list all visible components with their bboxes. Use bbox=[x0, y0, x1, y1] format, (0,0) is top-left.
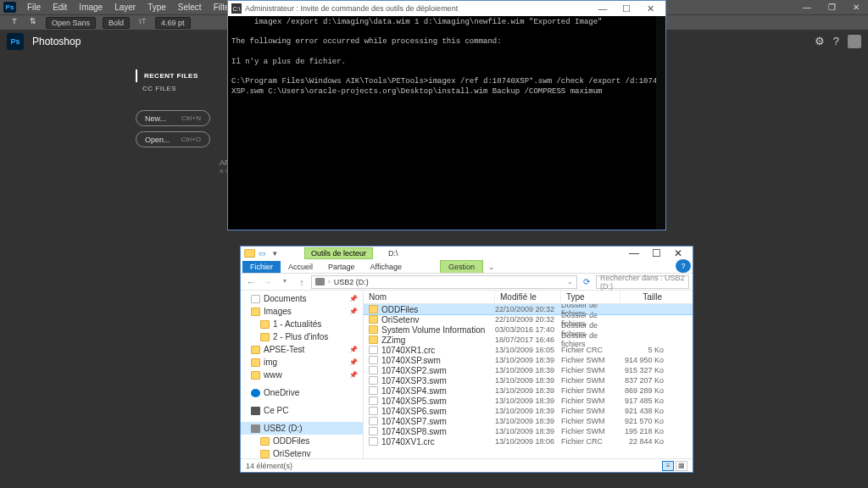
view-icons-button[interactable]: ▦ bbox=[676, 461, 687, 471]
tree-item[interactable]: USB2 (D:) bbox=[241, 422, 363, 435]
path-segment[interactable]: USB2 (D:) bbox=[334, 278, 369, 286]
cmd-titlebar[interactable]: C:\ Administrateur : Invite de commande … bbox=[228, 1, 665, 16]
explorer-titlebar[interactable]: ▭ ▾ Outils de lecteur D:\ — ☐ ✕ bbox=[241, 247, 693, 260]
tree-item[interactable]: Documents📌 bbox=[241, 292, 363, 305]
table-row[interactable]: 10740XV1.crc13/10/2009 18:06Fichier CRC2… bbox=[364, 436, 693, 446]
tab-recent-files[interactable]: RECENT FILES bbox=[136, 69, 220, 82]
type-tool-icon[interactable]: T bbox=[8, 17, 20, 29]
tree-item[interactable]: ODDFiles bbox=[241, 435, 363, 447]
file-icon bbox=[369, 346, 378, 354]
ribbon-tab-file[interactable]: Fichier bbox=[242, 261, 281, 273]
ribbon-tab-home[interactable]: Accueil bbox=[281, 261, 320, 273]
table-row[interactable]: System Volume Information03/03/2016 17:4… bbox=[364, 324, 693, 335]
menu-image[interactable]: Image bbox=[73, 1, 108, 14]
file-date: 22/10/2009 20:32 bbox=[495, 315, 561, 324]
cmd-minimize-button[interactable]: — bbox=[591, 3, 615, 14]
close-button[interactable]: ✕ bbox=[848, 1, 865, 14]
menu-type[interactable]: Type bbox=[142, 1, 172, 14]
font-weight-select[interactable]: Bold bbox=[103, 17, 130, 29]
minimize-button[interactable]: — bbox=[798, 1, 816, 14]
fold-icon bbox=[260, 437, 270, 446]
open-button[interactable]: Open... Ctrl+O bbox=[136, 131, 210, 147]
menu-file[interactable]: File bbox=[21, 1, 47, 14]
tree-item[interactable]: OneDrive bbox=[241, 386, 363, 399]
ribbon-expand-icon[interactable]: ⌄ bbox=[483, 261, 500, 273]
cmd-close-button[interactable]: ✕ bbox=[638, 3, 662, 14]
col-modified[interactable]: Modifié le bbox=[495, 291, 561, 303]
table-row[interactable]: 10740XSP.swm13/10/2009 18:39Fichier SWM9… bbox=[364, 355, 693, 365]
nav-forward-button[interactable]: → bbox=[261, 277, 275, 287]
table-row[interactable]: OriSetenv22/10/2009 20:32Dossier de fich… bbox=[364, 314, 693, 324]
tree-item[interactable]: www📌 bbox=[241, 369, 363, 381]
nav-back-button[interactable]: ← bbox=[244, 277, 258, 287]
explorer-maximize-button[interactable]: ☐ bbox=[645, 247, 667, 259]
ribbon-tab-share[interactable]: Partage bbox=[320, 261, 363, 273]
orientation-icon[interactable]: ⇅ bbox=[27, 17, 39, 29]
tab-cc-files[interactable]: CC FILES bbox=[136, 82, 220, 95]
table-row[interactable]: 10740XSP6.swm13/10/2009 18:39Fichier SWM… bbox=[364, 406, 693, 416]
menu-select[interactable]: Select bbox=[172, 1, 208, 14]
address-path[interactable]: › USB2 (D:) ⌄ bbox=[311, 275, 577, 289]
tree-item[interactable]: img📌 bbox=[241, 356, 363, 369]
file-list[interactable]: ODDFiles22/10/2009 20:32Dossier de fichi… bbox=[364, 304, 693, 458]
table-row[interactable]: 10740XSP2.swm13/10/2009 18:39Fichier SWM… bbox=[364, 365, 693, 375]
gear-icon[interactable]: ⚙ bbox=[815, 35, 825, 47]
table-row[interactable]: 10740XSP4.swm13/10/2009 18:39Fichier SWM… bbox=[364, 385, 693, 396]
font-size-select[interactable]: 4.69 pt bbox=[155, 17, 191, 29]
col-size[interactable]: Taille bbox=[620, 291, 667, 303]
tree-item[interactable]: APSE-Test📌 bbox=[241, 343, 363, 356]
qat-folder-icon[interactable] bbox=[244, 249, 255, 258]
ribbon-tab-view[interactable]: Affichage bbox=[363, 261, 409, 273]
menu-layer[interactable]: Layer bbox=[108, 1, 142, 14]
ps-app-icon[interactable]: Ps bbox=[7, 33, 24, 50]
table-row[interactable]: 10740XSP3.swm13/10/2009 18:39Fichier SWM… bbox=[364, 375, 693, 385]
tree-item[interactable]: 2 - Plus d'infos bbox=[241, 330, 363, 343]
explorer-close-button[interactable]: ✕ bbox=[667, 247, 689, 259]
menu-edit[interactable]: Edit bbox=[47, 1, 73, 14]
qat-chevron-icon[interactable]: ▾ bbox=[270, 248, 281, 259]
search-input[interactable]: Rechercher dans : USB2 (D:) bbox=[596, 275, 689, 289]
nav-history-button[interactable]: ▾ bbox=[278, 277, 292, 287]
file-size: 195 218 Ko bbox=[620, 427, 667, 435]
file-columns[interactable]: Nom Modifié le Type Taille bbox=[364, 291, 693, 304]
cmd-output[interactable]: imagex /export d:\imaging\data.wim 1 d:\… bbox=[228, 16, 665, 230]
table-row[interactable]: 10740XSP7.swm13/10/2009 18:39Fichier SWM… bbox=[364, 416, 693, 426]
view-details-button[interactable]: ≡ bbox=[662, 461, 674, 471]
fold-icon bbox=[251, 371, 260, 380]
font-family-select[interactable]: Open Sans bbox=[46, 17, 96, 29]
explorer-tree[interactable]: Documents📌Images📌1 - Actualités2 - Plus … bbox=[241, 291, 364, 458]
explorer-window: ▭ ▾ Outils de lecteur D:\ — ☐ ✕ Fichier … bbox=[240, 246, 693, 473]
table-row[interactable]: 10740XSP8.swm13/10/2009 18:39Fichier SWM… bbox=[364, 426, 693, 436]
cmd-title-text: Administrateur : Invite de commande des … bbox=[245, 4, 458, 13]
col-type[interactable]: Type bbox=[561, 291, 620, 303]
table-row[interactable]: 10740XR1.crc13/10/2009 16:05Fichier CRC5… bbox=[364, 345, 693, 355]
tree-item[interactable]: Images📌 bbox=[241, 305, 363, 318]
fold-icon bbox=[260, 450, 270, 458]
tree-item[interactable]: 1 - Actualités bbox=[241, 318, 363, 330]
help-icon[interactable]: ? bbox=[833, 35, 839, 47]
cmd-maximize-button[interactable]: ☐ bbox=[615, 3, 638, 14]
pin-icon: 📌 bbox=[349, 308, 358, 315]
tree-item-label: www bbox=[264, 370, 282, 380]
new-button[interactable]: New... Ctrl+N bbox=[136, 110, 210, 126]
path-dropdown-icon[interactable]: ⌄ bbox=[567, 278, 573, 286]
tree-item[interactable]: Ce PC bbox=[241, 404, 363, 417]
qat-properties-icon[interactable]: ▭ bbox=[257, 248, 268, 259]
table-row[interactable]: ZZimg18/07/2017 16:46Dossier de fichiers bbox=[364, 335, 693, 345]
pc-icon bbox=[251, 407, 260, 415]
table-row[interactable]: ODDFiles22/10/2009 20:32Dossier de fichi… bbox=[364, 304, 693, 314]
ps-window-controls: — ❐ ✕ bbox=[798, 1, 865, 14]
tree-item-label: ODDFiles bbox=[273, 436, 309, 446]
refresh-button[interactable]: ⟳ bbox=[580, 277, 593, 286]
col-name[interactable]: Nom bbox=[364, 291, 495, 303]
maximize-button[interactable]: ❐ bbox=[823, 1, 841, 14]
ribbon-help-icon[interactable]: ? bbox=[676, 259, 691, 273]
table-row[interactable]: 10740XSP5.swm13/10/2009 18:39Fichier SWM… bbox=[364, 396, 693, 406]
avatar[interactable] bbox=[848, 35, 861, 48]
explorer-minimize-button[interactable]: — bbox=[623, 247, 645, 259]
file-size: 869 289 Ko bbox=[620, 386, 667, 395]
explorer-address-bar: ← → ▾ ↑ › USB2 (D:) ⌄ ⟳ Rechercher dans … bbox=[241, 274, 693, 291]
file-date: 22/10/2009 20:32 bbox=[495, 305, 561, 313]
nav-up-button[interactable]: ↑ bbox=[295, 277, 309, 287]
ribbon-tab-manage[interactable]: Gestion bbox=[440, 260, 483, 273]
